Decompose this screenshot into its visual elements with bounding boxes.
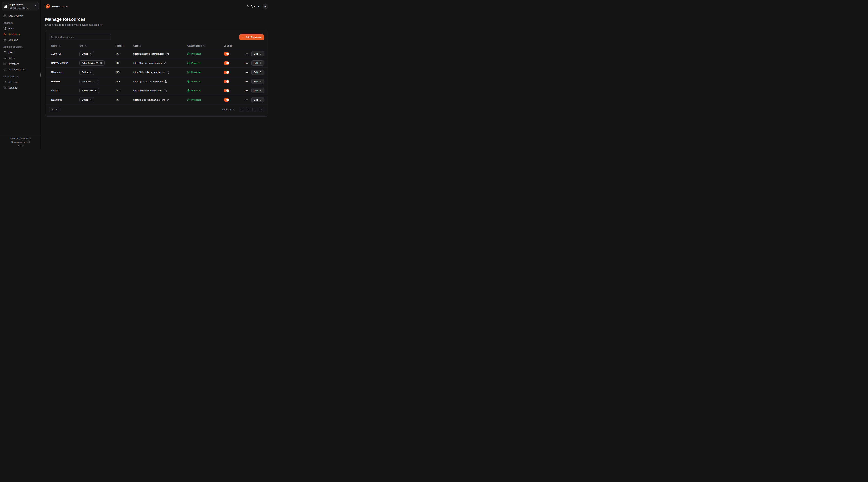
theme-toggle[interactable]: System [246,5,259,8]
next-page-button[interactable] [252,107,257,112]
site-link-button[interactable]: AWS VPC [79,79,98,84]
edit-button[interactable]: Edit [251,60,264,66]
site-link-button[interactable]: Office [79,70,94,75]
sidebar-resize-handle[interactable] [40,73,41,77]
search-icon [51,36,54,38]
main-content: PANGOLIN System M Manage Resources Creat… [41,0,272,149]
resource-access-url: https://grafana.example.com [133,80,163,83]
building-icon [4,4,7,8]
column-header: Enabled [221,44,244,47]
globe-icon [3,38,6,41]
key-icon [3,81,6,84]
sidebar-item-label: Users [8,51,15,54]
copy-icon[interactable] [164,89,167,92]
copy-icon[interactable] [167,71,169,73]
column-header: Access [131,44,185,47]
org-selector[interactable]: Organization milo@fossorial.io's ... [2,2,39,10]
resource-access-url: https://bitwarden.example.com [133,71,165,73]
waypoints-icon [3,33,6,36]
row-menu-button[interactable]: ••• [244,61,249,65]
row-menu-button[interactable]: ••• [244,98,249,102]
resource-name: Grafana [49,80,77,83]
copy-icon[interactable] [167,99,169,101]
prev-page-button[interactable] [246,107,251,112]
sort-icon[interactable] [85,45,87,47]
auth-status-badge: Protected [187,98,201,101]
resource-protocol: TCP [114,80,131,83]
enabled-toggle[interactable] [224,89,229,92]
enabled-toggle[interactable] [224,71,229,74]
resource-name: Bitwarden [49,71,77,73]
site-link-button[interactable]: Office [79,51,94,56]
arrow-right-icon [259,62,261,64]
enabled-toggle[interactable] [224,98,229,101]
site-link-button[interactable]: Home Lab [79,88,99,93]
edit-button[interactable]: Edit [251,51,264,56]
sidebar-item-label: Roles [8,57,14,60]
sidebar-item-label: Sites [8,27,14,30]
brand[interactable]: PANGOLIN [45,4,68,9]
sidebar-item-server-admin[interactable]: Server Admin [3,14,37,18]
documentation-link[interactable]: Documentation [11,141,29,143]
edit-button[interactable]: Edit [251,88,264,93]
table-row: Immich Home Lab TCP https://immich.examp… [45,86,268,95]
sidebar-item[interactable]: Settings [3,86,37,90]
enabled-toggle[interactable] [224,80,229,83]
enabled-toggle[interactable] [224,52,229,56]
copy-icon[interactable] [166,53,169,55]
edit-button[interactable]: Edit [251,97,264,102]
sidebar-footer: Community Edition Documentation v1.7.0 [0,135,41,149]
sidebar-nav: Server Admin GENERAL Sites [0,10,41,90]
search-input[interactable] [49,34,111,40]
sidebar-item[interactable]: Roles [3,56,37,60]
sidebar-section-title: GENERAL [3,22,37,24]
row-menu-button[interactable]: ••• [244,70,249,74]
edit-button[interactable]: Edit [251,79,264,84]
table-header: Name Site Protocol [45,43,268,49]
combine-icon [3,27,6,30]
sidebar-item-label: Resources [8,33,20,36]
row-menu-button[interactable]: ••• [244,79,249,83]
pangolin-logo-icon [45,4,51,9]
sidebar-item[interactable]: Domains [3,38,37,42]
users-icon [3,57,6,60]
sidebar-item[interactable]: API Keys [3,80,37,84]
page-size-select[interactable]: 20 [49,107,60,112]
first-page-button[interactable] [239,107,244,112]
page-subtitle: Create secure proxies to your private ap… [45,23,268,26]
site-link-button[interactable]: Edge Device 01 [79,60,104,66]
resources-card: Add Resource Name Site [45,30,268,117]
row-menu-button[interactable]: ••• [244,52,249,56]
community-edition-link[interactable]: Community Edition [10,137,31,140]
theme-toggle-label: System [251,5,259,8]
link-icon [3,68,6,71]
resource-protocol: TCP [114,62,131,64]
sidebar: Organization milo@fossorial.io's ... Ser… [0,0,41,149]
sidebar-item[interactable]: Shareable Links [3,67,37,71]
enabled-toggle[interactable] [224,61,229,65]
org-selector-label: Organization [9,3,23,6]
sort-icon[interactable] [203,45,205,47]
sidebar-item[interactable]: Users [3,50,37,54]
last-page-button[interactable] [259,107,264,112]
sidebar-item[interactable]: Invitations [3,62,37,66]
app-version: v1.7.0 [18,144,23,147]
auth-status-badge: Protected [187,71,201,73]
site-link-button[interactable]: Office [79,97,94,102]
sidebar-item-label: Invitations [8,62,19,65]
shield-check-icon [187,71,190,73]
sidebar-item[interactable]: Sites [3,26,37,30]
sidebar-sections: GENERAL Sites Resources [3,22,37,90]
sidebar-item-label: Server Admin [8,14,23,18]
copy-icon[interactable] [164,80,167,83]
copy-icon[interactable] [164,62,166,64]
sidebar-item[interactable]: Resources [3,32,37,36]
avatar[interactable]: M [262,4,268,9]
sort-icon[interactable] [59,45,61,47]
arrow-up-right-icon [90,99,92,101]
add-resource-button[interactable]: Add Resource [239,34,264,40]
row-menu-button[interactable]: ••• [244,89,249,93]
edit-button[interactable]: Edit [251,70,264,75]
resource-name: Nextcloud [49,98,77,101]
auth-status-badge: Protected [187,62,201,64]
